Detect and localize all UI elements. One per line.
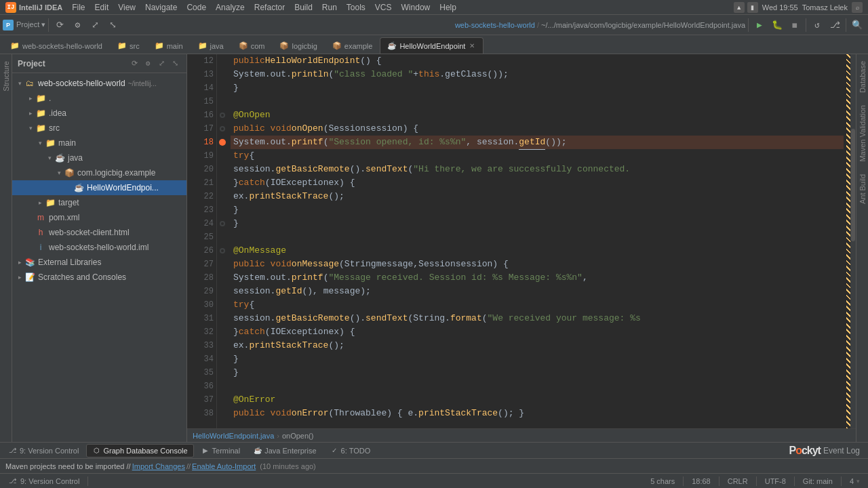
toolbar-search-btn[interactable]: 🔍 bbox=[849, 17, 865, 33]
tab-src[interactable]: 📁 src bbox=[110, 37, 147, 54]
notification-link-auto-import[interactable]: Enable Auto-Import bbox=[192, 462, 256, 470]
breakpoint-marker-18[interactable] bbox=[219, 139, 226, 146]
sidebar-item-scratches[interactable]: ▸ 📝 Scratches and Consoles bbox=[12, 270, 186, 285]
menu-right: ▲ ▮ Wed 19:55 Tomasz Lelek ⌕ bbox=[734, 2, 863, 13]
code-line-33: ex.printStackTrace(); bbox=[231, 339, 844, 352]
tab-logicbig[interactable]: 📦 logicbig bbox=[272, 37, 324, 54]
spotlight-icon[interactable]: ⌕ bbox=[852, 2, 863, 13]
toolbar-update-btn[interactable]: ↺ bbox=[809, 17, 825, 33]
menu-vcs[interactable]: VCS bbox=[371, 1, 396, 14]
toolbar-run-btn[interactable]: ▶ bbox=[751, 17, 768, 33]
menu-window[interactable]: Window bbox=[397, 1, 435, 14]
menu-help[interactable]: Help bbox=[435, 1, 460, 14]
right-tab-maven[interactable]: Maven Validation bbox=[857, 101, 868, 166]
tree-label-target: target bbox=[58, 198, 79, 207]
menu-refactor[interactable]: Refactor bbox=[250, 1, 289, 14]
code-line-17: public void onOpen(Session session) { bbox=[231, 122, 844, 136]
bottom-tab-terminal[interactable]: ▶ Terminal bbox=[195, 444, 247, 458]
code-line-36 bbox=[231, 380, 844, 393]
menu-code[interactable]: Code bbox=[182, 1, 210, 14]
menu-build[interactable]: Build bbox=[290, 1, 317, 14]
menu-analyze[interactable]: Analyze bbox=[212, 1, 249, 14]
sidebar-item-pom[interactable]: m pom.xml bbox=[12, 210, 186, 225]
system-icons: ▲ ▮ bbox=[734, 2, 758, 13]
left-tab-structure[interactable]: Structure bbox=[1, 57, 12, 96]
breadcrumb-arrow: › bbox=[277, 432, 279, 440]
sidebar-item-src[interactable]: ▾ 📁 src bbox=[12, 121, 186, 136]
status-position[interactable]: 18:68 bbox=[689, 475, 713, 487]
right-tab-ant[interactable]: Ant Build bbox=[857, 170, 868, 208]
code-line-29: session.getId(), message); bbox=[231, 285, 844, 298]
code-content[interactable]: public HelloWorldEndpoint() { System.out… bbox=[228, 54, 846, 428]
bottom-tab-graph-db[interactable]: ⬡ Graph Database Console bbox=[86, 444, 193, 458]
expand-arrow-extlibs: ▸ bbox=[15, 258, 24, 267]
sidebar-settings-btn[interactable]: ⚙ bbox=[142, 58, 154, 70]
status-encoding[interactable]: UTF-8 bbox=[762, 475, 789, 487]
sidebar-sync-btn[interactable]: ⟳ bbox=[128, 58, 140, 70]
sidebar-content: ▾ 🗂 web-sockets-hello-world ~/intellij..… bbox=[12, 73, 186, 442]
project-dropdown[interactable]: Project ▾ bbox=[16, 20, 45, 29]
expand-arrow-helloworld bbox=[64, 183, 73, 192]
status-line-ending[interactable]: CRLR bbox=[725, 475, 751, 487]
notification-link-import[interactable]: Import Changes bbox=[132, 462, 185, 470]
toolbar-sync-btn[interactable]: ⟳ bbox=[52, 17, 68, 33]
sidebar-item-helloworldendpoint[interactable]: ☕ HelloWorldEndpoi... bbox=[12, 180, 186, 195]
toolbar-vcs-btn[interactable]: ⎇ bbox=[827, 17, 843, 33]
sidebar-expand-btn[interactable]: ⤢ bbox=[155, 58, 167, 70]
tab-helloworld[interactable]: ☕ HelloWorldEndpoint ✕ bbox=[380, 37, 484, 54]
menu-file[interactable]: File bbox=[68, 1, 89, 14]
code-editor[interactable]: 12 13 14 15 16 17 18 19 20 21 22 23 24 2… bbox=[187, 54, 856, 428]
right-tab-database[interactable]: Database bbox=[857, 57, 868, 97]
event-log-label[interactable]: Event Log bbox=[823, 446, 860, 455]
sidebar-item-root[interactable]: ▾ 🗂 web-sockets-hello-world ~/intellij..… bbox=[12, 76, 186, 91]
sidebar-item-iml[interactable]: i web-sockets-hello-world.iml bbox=[12, 240, 186, 255]
bottom-tab-todo[interactable]: ✓ 6: TODO bbox=[324, 444, 377, 458]
status-git[interactable]: Git: main bbox=[800, 475, 835, 487]
sidebar-item-package[interactable]: ▾ 📦 com.logicbig.example bbox=[12, 165, 186, 180]
bottom-tab-java-enterprise[interactable]: ☕ Java Enterprise bbox=[248, 444, 322, 458]
toolbar-stop-btn[interactable]: ◼ bbox=[787, 17, 803, 33]
menu-tools[interactable]: Tools bbox=[342, 1, 370, 14]
bottom-tab-vcs[interactable]: ⎇ 9: Version Control bbox=[3, 444, 85, 458]
toolbar-expand-btn[interactable]: ⤢ bbox=[87, 17, 103, 33]
sidebar-collapse-btn[interactable]: ⤡ bbox=[169, 58, 181, 70]
sidebar-item-target[interactable]: ▸ 📁 target bbox=[12, 195, 186, 210]
tab-com[interactable]: 📦 com bbox=[231, 37, 273, 54]
code-line-18: System.out.printf("Session opened, id: %… bbox=[231, 136, 844, 149]
toolbar-project-link[interactable]: web-sockets-hello-world bbox=[455, 21, 535, 29]
status-chars[interactable]: 5 chars bbox=[648, 475, 677, 487]
status-indent[interactable]: 4 ▾ bbox=[847, 475, 863, 487]
sidebar-item-idea[interactable]: ▸ 📁 .idea bbox=[12, 106, 186, 121]
menu-navigate[interactable]: Navigate bbox=[141, 1, 181, 14]
toolbar-sep-1 bbox=[48, 18, 49, 32]
tab-main[interactable]: 📁 main bbox=[147, 37, 191, 54]
tab-bar: 📁 web-sockets-hello-world 📁 src 📁 main 📁… bbox=[0, 35, 868, 54]
expand-arrow-root: ▾ bbox=[15, 79, 24, 88]
tab-web-sockets[interactable]: 📁 web-sockets-hello-world bbox=[3, 37, 110, 54]
status-vcs[interactable]: ⎇ 9: Version Control bbox=[5, 475, 82, 487]
sidebar-item-main[interactable]: ▾ 📁 main bbox=[12, 136, 186, 150]
app-name: IntelliJ IDEA bbox=[19, 3, 62, 12]
status-indent-value: 4 bbox=[850, 477, 854, 485]
tab-icon-example: 📦 bbox=[332, 41, 342, 50]
tab-java[interactable]: 📁 java bbox=[191, 37, 231, 54]
tab-close-helloworld[interactable]: ✕ bbox=[468, 42, 476, 50]
toolbar-collapse-btn[interactable]: ⤡ bbox=[104, 17, 121, 33]
java-file-icon: ☕ bbox=[73, 182, 84, 193]
status-sep-4 bbox=[756, 476, 757, 486]
toolbar-debug-btn[interactable]: 🐛 bbox=[769, 17, 785, 33]
scrollbar-thumb bbox=[851, 129, 855, 241]
sidebar-item-dot[interactable]: ▸ 📁 . bbox=[12, 91, 186, 106]
expand-arrow-target: ▸ bbox=[35, 198, 45, 207]
notification-bar: Maven projects need to be imported // Im… bbox=[0, 458, 868, 473]
menu-run[interactable]: Run bbox=[318, 1, 341, 14]
pockyt-logo: Pockyt bbox=[789, 445, 820, 457]
menu-view[interactable]: View bbox=[114, 1, 140, 14]
sidebar-item-java-folder[interactable]: ▾ ☕ java bbox=[12, 150, 186, 165]
sidebar-item-html[interactable]: h web-socket-client.html bbox=[12, 225, 186, 240]
tab-example[interactable]: 📦 example bbox=[325, 37, 380, 54]
sidebar-item-ext-libs[interactable]: ▸ 📚 External Libraries bbox=[12, 255, 186, 270]
vertical-scrollbar[interactable] bbox=[850, 54, 856, 428]
menu-edit[interactable]: Edit bbox=[91, 1, 113, 14]
toolbar-settings-btn[interactable]: ⚙ bbox=[69, 17, 85, 33]
